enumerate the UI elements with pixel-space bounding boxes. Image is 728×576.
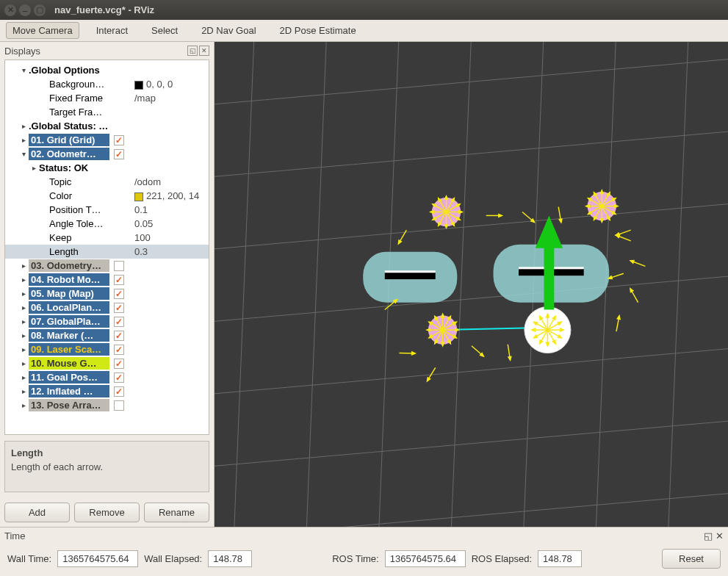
displays-tree[interactable]: ▾.Global OptionsBackgroun…0, 0, 0Fixed F… <box>4 60 209 435</box>
display-checkbox[interactable] <box>114 345 124 355</box>
add-button[interactable]: Add <box>4 503 70 522</box>
display-checkbox[interactable] <box>114 135 124 145</box>
remove-button[interactable]: Remove <box>74 503 140 522</box>
svg-rect-15 <box>385 272 436 279</box>
svg-marker-77 <box>600 219 603 223</box>
display-checkbox[interactable] <box>114 275 124 285</box>
description-box: Length Length of each arrow. <box>4 441 209 492</box>
display-checkbox[interactable] <box>114 331 124 341</box>
interact-button[interactable]: Interact <box>90 22 134 39</box>
maximize-window-button[interactable]: ▢ <box>34 4 46 16</box>
svg-line-2 <box>215 201 728 252</box>
display-checkbox[interactable] <box>114 261 124 271</box>
wall-time-field[interactable]: 1365764575.64 <box>57 550 138 567</box>
close-time-icon[interactable]: ✕ <box>716 530 724 541</box>
display-item[interactable]: 11. Goal Pos… <box>29 371 109 384</box>
display-checkbox[interactable] <box>114 400 124 411</box>
svg-line-1 <box>215 129 728 179</box>
minimize-window-button[interactable]: – <box>19 4 31 16</box>
display-checkbox[interactable] <box>114 372 124 383</box>
display-item[interactable]: 06. LocalPlan… <box>29 301 109 314</box>
viewport-3d[interactable] <box>215 42 728 527</box>
property-row[interactable]: Color <box>49 190 130 201</box>
svg-marker-119 <box>499 214 502 217</box>
svg-rect-16 <box>385 270 436 273</box>
svg-marker-123 <box>559 219 562 223</box>
property-row[interactable]: Keep <box>49 232 130 243</box>
display-checkbox[interactable] <box>114 386 124 397</box>
titlebar: ✕ – ▢ nav_fuerte.vcg* - RViz <box>0 0 728 20</box>
wall-time-label: Wall Time: <box>7 553 51 564</box>
display-checkbox[interactable] <box>114 289 124 299</box>
display-item[interactable]: 02. Odometr… <box>29 148 109 160</box>
svg-marker-83 <box>586 205 590 208</box>
display-item[interactable]: 01. Grid (Grid) <box>29 134 109 146</box>
display-checkbox[interactable] <box>114 149 124 159</box>
property-row[interactable]: Length <box>49 246 130 257</box>
svg-marker-65 <box>445 196 448 200</box>
global-options: .Global Options <box>29 65 109 76</box>
display-item[interactable]: 05. Map (Map) <box>29 287 109 300</box>
move-camera-button[interactable]: Move Camera <box>6 22 79 39</box>
ros-elapsed-label: ROS Elapsed: <box>472 553 532 564</box>
svg-marker-133 <box>617 316 620 320</box>
nav-goal-button[interactable]: 2D Nav Goal <box>195 22 262 39</box>
close-window-button[interactable]: ✕ <box>4 4 16 16</box>
display-item[interactable]: 04. Robot Mo… <box>29 273 109 286</box>
display-item[interactable]: 09. Laser Sca… <box>29 343 109 356</box>
svg-line-13 <box>667 42 689 527</box>
property-row[interactable]: Position T… <box>49 204 130 215</box>
display-item[interactable]: 12. Inflated … <box>29 385 109 397</box>
display-item[interactable]: 13. Pose Arra… <box>29 399 109 411</box>
svg-line-0 <box>215 57 728 107</box>
ros-time-field[interactable]: 1365764575.64 <box>385 550 466 567</box>
time-panel: Time ◱ ✕ Wall Time: 1365764575.64 Wall E… <box>0 527 728 576</box>
svg-line-6 <box>215 491 728 527</box>
wall-elapsed-field[interactable]: 148.78 <box>208 550 252 567</box>
svg-line-5 <box>215 418 728 469</box>
svg-marker-137 <box>412 352 416 355</box>
svg-marker-89 <box>600 190 603 194</box>
display-item[interactable]: 10. Mouse G… <box>29 357 109 370</box>
display-checkbox[interactable] <box>114 317 124 327</box>
svg-marker-147 <box>616 235 620 238</box>
svg-line-7 <box>233 42 255 527</box>
display-checkbox[interactable] <box>114 359 124 369</box>
displays-panel: Displays ◱ ✕ ▾.Global OptionsBackgroun…0… <box>0 42 215 527</box>
svg-line-8 <box>305 42 327 527</box>
dock-icon[interactable]: ◱ <box>187 46 198 56</box>
description-title: Length <box>11 447 203 458</box>
dock-time-icon[interactable]: ◱ <box>704 530 713 541</box>
svg-marker-59 <box>430 211 434 214</box>
display-checkbox[interactable] <box>114 303 124 313</box>
rename-button[interactable]: Rename <box>144 503 209 522</box>
property-row[interactable]: Status: OK <box>39 162 120 173</box>
displays-title: Displays <box>4 46 40 57</box>
window-title: nav_fuerte.vcg* - RViz <box>54 4 154 15</box>
wall-elapsed-label: Wall Elapsed: <box>144 553 202 564</box>
svg-marker-71 <box>614 205 618 208</box>
display-item[interactable]: 03. Odometry… <box>29 259 109 272</box>
svg-line-3 <box>215 273 728 324</box>
ros-elapsed-field[interactable]: 148.78 <box>538 550 582 567</box>
svg-marker-141 <box>508 356 511 360</box>
property-row[interactable]: Angle Tole… <box>49 218 130 229</box>
select-button[interactable]: Select <box>145 22 184 39</box>
svg-marker-129 <box>630 261 634 264</box>
display-item[interactable]: 08. Marker (… <box>29 329 109 342</box>
close-panel-icon[interactable]: ✕ <box>199 46 209 56</box>
svg-marker-131 <box>630 289 633 292</box>
svg-marker-53 <box>445 225 448 228</box>
svg-marker-29 <box>442 342 444 346</box>
toolbar: Move Camera Interact Select 2D Nav Goal … <box>0 20 728 42</box>
global-status: .Global Status: OK <box>29 120 109 132</box>
time-label: Time <box>4 530 25 541</box>
svg-marker-35 <box>427 328 430 331</box>
svg-marker-41 <box>442 314 444 317</box>
property-row[interactable]: Topic <box>49 176 130 187</box>
display-item[interactable]: 07. GlobalPla… <box>29 315 109 328</box>
pose-estimate-button[interactable]: 2D Pose Estimate <box>273 22 363 39</box>
reset-button[interactable]: Reset <box>662 549 721 569</box>
displays-header: Displays ◱ ✕ <box>0 42 214 60</box>
svg-marker-47 <box>459 211 463 214</box>
